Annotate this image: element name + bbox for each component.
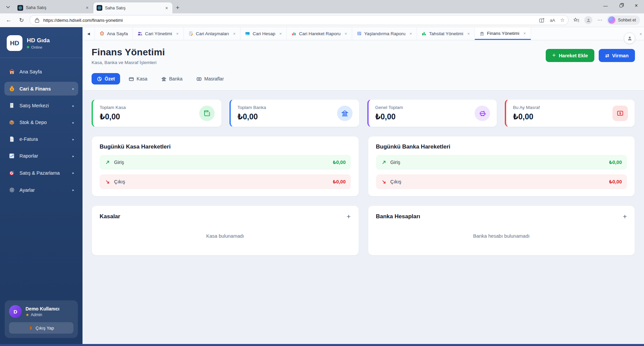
transfer-button[interactable]: ⇄ Virman (599, 49, 635, 62)
tab-finans-yonetimi[interactable]: Finans Yönetimi × (475, 27, 531, 40)
tab-ana-sayfa[interactable]: Ana Sayfa (95, 27, 132, 40)
url-text[interactable]: https://demo.hdsell.com/finans-yonetimi (43, 18, 535, 23)
sidebar-item-raporlar[interactable]: Raporlar ▸ (4, 149, 78, 163)
close-icon[interactable]: × (523, 31, 526, 36)
browser-tab-title: Saha Satış (105, 6, 162, 10)
sidebar-item-label: Ana Sayfa (19, 69, 42, 74)
tab-cari-anlasmalari[interactable]: Cari Anlaşmaları × (183, 27, 240, 40)
close-icon[interactable]: × (467, 31, 470, 36)
stat-value: ₺0,00 (375, 112, 403, 121)
home-icon (8, 68, 15, 75)
sidebar-item-ayarlar[interactable]: Ayarlar ▸ (4, 183, 78, 197)
favorites-list-icon[interactable] (572, 17, 581, 23)
logout-button[interactable]: Çıkış Yap (9, 322, 73, 334)
browser-tab-active[interactable]: Saha Satış × (93, 2, 172, 13)
lock-icon[interactable] (34, 18, 40, 23)
banka-movements-card: Bugünkü Banka Hareketleri Giriş ₺0,00 Çı… (368, 136, 635, 196)
bottom-strip (0, 344, 644, 346)
new-tab-button[interactable]: + (172, 4, 183, 13)
card-title: Kasalar (100, 213, 120, 220)
tab-cari-hesap[interactable]: Cari Hesap × (240, 27, 286, 40)
add-banka-hesabi-button[interactable]: + (623, 213, 627, 220)
tab-tahsilat-yonetimi[interactable]: Tahsilat Yönetimi × (417, 27, 474, 40)
sidebar-item-label: Stok & Depo (19, 120, 47, 125)
door-icon (29, 326, 33, 331)
close-icon[interactable]: × (164, 5, 169, 11)
wallet-icon (129, 76, 134, 81)
sidebar-item-stok-depo[interactable]: Stok & Depo ▸ (4, 116, 78, 129)
sidebar-item-label: Cari & Finans (19, 86, 51, 92)
tab-yaslandirma-raporu[interactable]: Yaşlandırma Raporu × (352, 27, 417, 40)
kasa-giris-row: Giriş ₺0,00 (100, 155, 351, 170)
sidebar: HD HD Gıda Online Ana Sayfa $ (0, 27, 83, 344)
browser-profile-avatar[interactable] (584, 16, 592, 24)
stat-genel-toplam: Genel Toplam ₺0,00 (367, 99, 497, 127)
add-kasa-button[interactable]: + (346, 213, 351, 220)
copilot-label: Sohbet et (618, 18, 636, 22)
user-avatar: D (9, 305, 22, 318)
close-window-button[interactable]: × (629, 0, 644, 11)
close-icon[interactable]: × (410, 31, 412, 36)
banka-hesaplari-card: Banka Hesapları + Banka hesabı bulunamad… (368, 206, 635, 255)
sidebar-item-e-fatura[interactable]: e-Fatura ▸ (4, 132, 78, 146)
arrow-up-right-icon (105, 160, 110, 165)
sidebar-item-cari-finans[interactable]: $ Cari & Finans ▸ (4, 82, 78, 96)
browser-menu-icon[interactable]: ⋯ (596, 17, 603, 23)
copilot-button[interactable]: Sohbet et (607, 15, 640, 25)
window-controls: — × (598, 0, 644, 13)
stat-label: Toplam Kasa (100, 105, 126, 110)
card-title: Bugünkü Banka Hareketleri (376, 143, 627, 150)
tab-cari-hareket-raporu[interactable]: Cari Hareket Raporu × (286, 27, 352, 40)
address-bar[interactable]: https://demo.hdsell.com/finans-yonetimi … (30, 15, 569, 25)
banknote-icon (197, 76, 202, 81)
giris-amount: ₺0,00 (609, 160, 622, 165)
tab-cari-yonetimi[interactable]: Cari Yönetimi × (132, 27, 183, 40)
kasa-cikis-row: Çıkış ₺0,00 (100, 174, 351, 189)
banka-giris-row: Giriş ₺0,00 (376, 155, 627, 170)
restore-button[interactable] (613, 0, 629, 11)
svg-text:$: $ (11, 88, 12, 91)
tab-search-button[interactable] (3, 2, 13, 12)
chevron-down-icon (6, 6, 10, 8)
sidebar-item-satis-merkezi[interactable]: Satış Merkezi ▸ (4, 99, 78, 112)
user-card: D Demo Kullanıcı ★ Admin Çıkış Yap (5, 300, 78, 338)
add-movement-button[interactable]: + Hareket Ekle (546, 49, 594, 62)
sidebar-item-satis-pazarlama[interactable]: Satış & Pazarlama ▸ (4, 166, 78, 180)
page-header: Finans Yönetimi Kasa, Banka ve Masraf İş… (83, 40, 644, 91)
browser-tab-inactive[interactable]: Saha Satış × (14, 3, 93, 12)
refresh-button[interactable]: ↻ (17, 17, 26, 24)
translate-icon[interactable]: aA (549, 18, 556, 23)
green-bars-icon (422, 31, 426, 36)
receipt-icon (8, 103, 15, 109)
stat-cards: Toplam Kasa ₺0,00 Toplam Banka ₺0,00 (92, 99, 635, 127)
stat-value: ₺0,00 (237, 112, 266, 121)
card-title: Bugünkü Kasa Hareketleri (100, 143, 351, 150)
close-icon[interactable]: × (176, 31, 179, 36)
sidebar-item-label: Satış Merkezi (19, 103, 49, 108)
gear-icon (8, 187, 15, 193)
user-menu-button[interactable] (624, 33, 635, 44)
close-icon[interactable]: × (233, 31, 236, 36)
home-icon (100, 31, 104, 36)
back-button[interactable]: ← (4, 17, 13, 23)
restore-icon (620, 4, 623, 7)
close-icon[interactable]: × (344, 31, 347, 36)
target-icon (8, 170, 15, 176)
close-panel-icon[interactable]: × (639, 32, 642, 37)
kasalar-card: Kasalar + Kasa bulunamadı (92, 206, 359, 255)
box-icon (8, 119, 15, 125)
favorite-star-icon[interactable]: ☆ (559, 17, 566, 23)
minimize-button[interactable]: — (598, 0, 613, 11)
close-icon[interactable]: × (279, 31, 282, 36)
view-tab-kasa[interactable]: Kasa (123, 73, 153, 84)
people-icon (138, 31, 142, 36)
scroll-tabs-left-button[interactable]: ◀ (83, 27, 95, 40)
view-tab-masraflar[interactable]: Masraflar (191, 73, 229, 84)
sidebar-item-ana-sayfa[interactable]: Ana Sayfa (4, 65, 78, 78)
view-tab-banka[interactable]: Banka (156, 73, 188, 84)
chevron-right-icon: ▸ (72, 188, 74, 192)
copilot-icon (608, 16, 615, 24)
split-screen-icon[interactable] (538, 18, 546, 23)
view-tab-ozet[interactable]: Özet (92, 73, 120, 84)
close-icon[interactable]: × (85, 5, 90, 10)
